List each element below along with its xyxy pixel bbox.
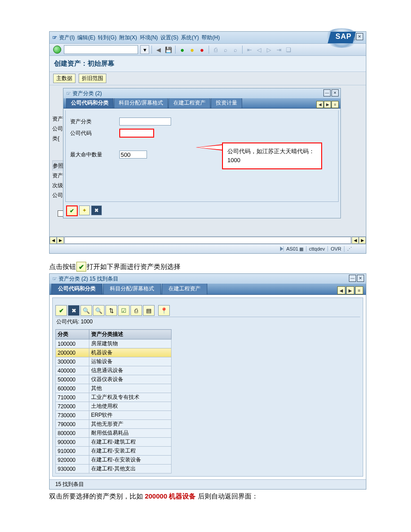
menu-help[interactable]: 帮助(H) — [201, 34, 220, 42]
maximize-button[interactable]: □ — [348, 33, 355, 40]
list-search-button[interactable]: 🔍 — [80, 305, 92, 316]
dialog-tabstrip: 公司代码和分类 科目分配/屏幕格式 在建工程资产 投资计量 ◀ ▶ ≡ — [63, 98, 340, 109]
enter-icon[interactable] — [53, 45, 62, 54]
table-row[interactable]: 800000耐用低值易耗品 — [56, 429, 172, 438]
table-row[interactable]: 790000其他无形资产 — [56, 420, 172, 429]
table-row[interactable]: 300000运输设备 — [56, 357, 172, 366]
list-accept-button[interactable]: ✔ — [55, 305, 67, 316]
tab-list-icon[interactable]: ≡ — [331, 101, 339, 108]
tab-company-code-class[interactable]: 公司代码和分类 — [66, 97, 113, 108]
menu-asset[interactable]: 资产(I) — [59, 34, 75, 42]
list-pin-button[interactable]: 📍 — [158, 305, 170, 316]
tab-investment[interactable]: 投资计量 — [211, 97, 242, 108]
dialog-ok-button[interactable]: ✔ — [66, 205, 78, 216]
last-page-icon[interactable]: ⇥ — [274, 45, 283, 54]
tab-scroll-right-icon[interactable]: ▶ — [324, 101, 331, 108]
save-icon[interactable]: 💾 — [164, 45, 173, 54]
max-hits-input[interactable] — [119, 151, 147, 159]
asset-class-list-window: ☞ 资产分类 (2) 15 找到条目 — ✕ 公司代码和分类 科目分配/屏幕格式… — [49, 273, 366, 490]
menu-extras[interactable]: 附加(X) — [119, 34, 137, 42]
callout-annotation: 公司代码，如江苏正大天晴代码：1000 — [222, 142, 322, 169]
scroll-left-icon[interactable]: ◀ — [50, 237, 57, 244]
menu-env[interactable]: 环境(N) — [140, 34, 158, 42]
scroll-right1-icon[interactable]: ▶ — [57, 237, 64, 244]
table-row[interactable]: 930000在建工程-其他支出 — [56, 465, 172, 473]
dialog-wizard-button[interactable]: ✦ — [79, 205, 90, 215]
table-row[interactable]: 500000仪器仪表设备 — [56, 375, 172, 384]
back-ball-icon[interactable]: ● — [178, 45, 187, 54]
work-area: 资产 公司 类{ 参照 资产 次级 公司 ☞ 资产分类 (2) — ✕ 公司代码… — [50, 85, 366, 236]
print-icon[interactable]: ⎙ — [211, 45, 220, 54]
list-cancel-button[interactable]: ✖ — [68, 305, 80, 316]
dialog-titlebar: ☞ 资产分类 (2) — ✕ — [63, 88, 340, 98]
next-page-icon[interactable]: ▷ — [264, 45, 273, 54]
dialog-title: 资产分类 (2) — [72, 90, 102, 97]
minimize-button[interactable]: — — [340, 33, 347, 40]
menu-edit[interactable]: 编辑(E) — [77, 34, 95, 42]
tab-account-screen[interactable]: 科目分配/屏幕格式 — [114, 97, 168, 108]
dialog-body: 资产分类 公司代码 最大命中数量 公司代码，如江苏正大天晴代码：1000 — [65, 110, 339, 202]
scroll-left2-icon[interactable]: ◀ — [352, 237, 359, 244]
table-row[interactable]: 720000土地使用权 — [56, 402, 172, 411]
asset-class-dialog: ☞ 资产分类 (2) — ✕ 公司代码和分类 科目分配/屏幕格式 在建工程资产 … — [63, 88, 341, 218]
list-tab-left-icon[interactable]: ◀ — [337, 286, 345, 294]
list-tab-menu-icon[interactable]: ≡ — [355, 286, 363, 294]
close-button[interactable]: ✕ — [356, 33, 363, 40]
page-title: 创建资产：初始屏幕 — [50, 56, 366, 72]
dialog-minimize-icon[interactable]: — — [323, 89, 331, 96]
list-tab-company-class[interactable]: 公司代码和分类 — [51, 283, 102, 294]
table-row[interactable]: 400000信息通讯设备 — [56, 366, 172, 375]
prev-page-icon[interactable]: ◁ — [255, 45, 264, 54]
status-resize-icon: ⋰ — [344, 246, 363, 252]
list-selectall-button[interactable]: ☑ — [118, 305, 130, 316]
command-field[interactable] — [64, 45, 138, 54]
instruction-text-2: 双击所要选择的资产类别，比如 200000 机器设备 后则自动返回界面： — [49, 492, 366, 501]
exit-ball-icon[interactable]: ● — [188, 45, 197, 54]
table-row[interactable]: 920000在建工程-在安装设备 — [56, 456, 172, 465]
back-icon[interactable]: ◀ — [154, 45, 163, 54]
asset-class-input[interactable] — [119, 117, 171, 126]
list-print-button[interactable]: ⎙ — [130, 305, 142, 316]
dialog-cancel-button[interactable]: ✖ — [91, 205, 102, 215]
menu-system[interactable]: 系统(Y) — [181, 34, 199, 42]
table-row[interactable]: 200000机器设备 — [56, 348, 172, 357]
menu-corner-icon: ☞ — [52, 35, 57, 40]
table-row[interactable]: 600000其他 — [56, 384, 172, 393]
list-close-icon[interactable]: ✕ — [357, 275, 364, 282]
list-tab-construction[interactable]: 在建工程资产 — [162, 283, 207, 294]
list-sort-button[interactable]: ⇅ — [105, 305, 117, 316]
menu-goto[interactable]: 转到(G) — [98, 34, 116, 42]
col-desc[interactable]: 资产分类描述 — [89, 330, 171, 339]
table-row[interactable]: 710000工业产权及专有技术 — [56, 393, 172, 402]
tab-scroll-left-icon[interactable]: ◀ — [316, 101, 323, 108]
status-system: cttqdev — [306, 246, 327, 251]
table-row[interactable]: 730000ERP软件 — [56, 411, 172, 420]
depreciation-button[interactable]: 折旧范围 — [79, 74, 106, 83]
hscrollbar[interactable]: ◀ ▶ ◀ ▶ — [50, 236, 366, 244]
list-tab-right-icon[interactable]: ▶ — [346, 286, 354, 294]
table-row[interactable]: 100000房屋建筑物 — [56, 339, 172, 348]
cancel-ball-icon[interactable]: ● — [197, 45, 206, 54]
list-search-next-button[interactable]: 🔍 — [93, 305, 105, 316]
menubar: ☞ 资产(I) 编辑(E) 转到(G) 附加(X) 环境(N) 设置(S) 系统… — [50, 32, 366, 43]
company-code-input[interactable] — [119, 129, 154, 138]
list-minimize-icon[interactable]: — — [349, 275, 356, 282]
scroll-right2-icon[interactable]: ▶ — [359, 237, 366, 244]
first-page-icon[interactable]: ⇤ — [245, 45, 254, 54]
tab-construction[interactable]: 在建工程资产 — [168, 97, 210, 108]
dropdown-icon[interactable]: ▾ — [140, 45, 149, 54]
find-icon[interactable]: ⌕ — [221, 45, 230, 54]
menu-settings[interactable]: 设置(S) — [160, 34, 178, 42]
company-code-line: 公司代码: 1000 — [55, 317, 360, 327]
dialog-close-icon[interactable]: ✕ — [331, 89, 339, 96]
find-next-icon[interactable]: ⌕ — [231, 45, 240, 54]
asset-class-table: 分类 资产分类描述 100000房屋建筑物200000机器设备300000运输设… — [55, 329, 172, 473]
list-panel: ✔ ✖ 🔍 🔍 ⇅ ☑ ⎙ ▤ 📍 公司代码: 1000 分类 资产分类描述 1… — [52, 297, 363, 477]
list-export-button[interactable]: ▤ — [143, 305, 155, 316]
master-data-button[interactable]: 主数据 — [53, 74, 75, 83]
col-class[interactable]: 分类 — [56, 330, 89, 339]
list-tab-account-screen[interactable]: 科目分配/屏幕格式 — [103, 283, 161, 294]
session-icon[interactable]: ❏ — [284, 45, 293, 54]
table-row[interactable]: 910000在建工程-安装工程 — [56, 447, 172, 456]
table-row[interactable]: 900000在建工程-建筑工程 — [56, 438, 172, 447]
